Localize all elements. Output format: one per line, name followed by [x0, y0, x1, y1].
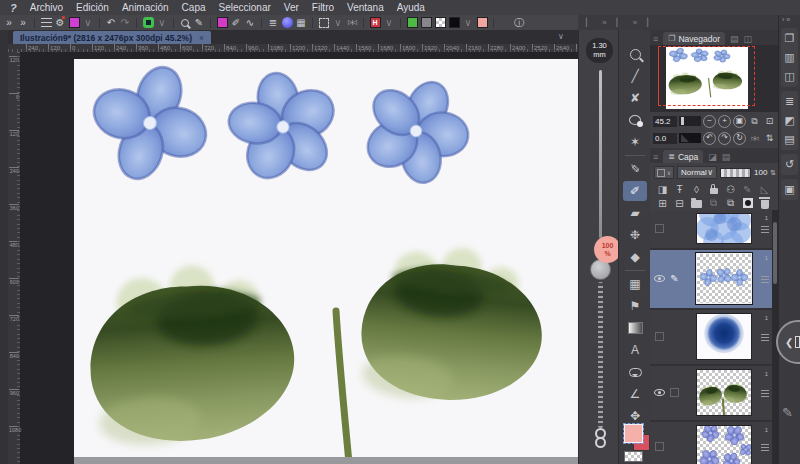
reference-layer-icon[interactable]: ⚇ [725, 183, 736, 195]
blend-mode-dropdown[interactable]: Normal ∨ [677, 166, 717, 179]
fit-screen-icon[interactable]: ⊡ [763, 116, 776, 126]
dropdown-icon[interactable]: ∨ [332, 16, 344, 29]
zoom-in-button[interactable]: + [718, 115, 731, 128]
dropdown-icon[interactable]: ∨ [383, 16, 395, 29]
layer-opacity-value[interactable]: 100 [754, 168, 767, 177]
gradient-tool-icon[interactable] [623, 318, 647, 338]
layer-visibility-toggle[interactable] [653, 222, 666, 235]
merge-down-icon[interactable]: ⧉ [725, 197, 736, 209]
blend-tool-icon[interactable]: ❉ [623, 225, 647, 245]
expand-left2-icon[interactable]: » [17, 16, 29, 29]
layer-opacity-slider[interactable] [720, 168, 751, 178]
lock-icon[interactable] [708, 183, 719, 195]
dock-expand-icons[interactable]: ›» [782, 16, 792, 23]
flip-horizontal-icon[interactable]: ▷|◁ [748, 135, 761, 141]
main-menu-icon[interactable] [40, 16, 52, 29]
tab-subview-icon[interactable]: ▤ [730, 34, 739, 45]
layer-thumbnail[interactable] [696, 425, 752, 464]
snap-ring-icon[interactable] [142, 16, 154, 29]
clip-below-icon[interactable]: ◨ [657, 183, 668, 195]
balloon-tool-icon[interactable] [623, 362, 647, 382]
ink-lock-icon[interactable]: ◊ [691, 183, 702, 195]
delete-layer-icon[interactable] [759, 197, 770, 209]
dock-pencil-icon[interactable]: ✎ [782, 405, 793, 420]
mesh-tool-icon[interactable]: ▦ [623, 274, 647, 294]
new-layer-icon[interactable]: ⊞ [657, 197, 668, 209]
glow-circle-icon[interactable] [281, 16, 293, 29]
operation-tool-icon[interactable] [623, 44, 647, 64]
tab-list-chevron-icon[interactable]: ∨ [558, 32, 564, 41]
selection-area-icon[interactable] [318, 16, 330, 29]
layer-blue-texture[interactable]: 1 [650, 210, 772, 248]
layer-visibility-toggle[interactable] [653, 272, 666, 285]
expand-left-icon[interactable]: » [3, 16, 15, 29]
eraser-tool-icon[interactable]: ▰ [623, 203, 647, 223]
document-tab[interactable]: Ilustración9* (2816 x 2476px 300dpi 45.2… [13, 31, 211, 44]
move-tool-icon[interactable]: ✘ [623, 88, 647, 108]
tab-layer-search-icon[interactable]: ▤ [722, 152, 731, 163]
flip-view-icon[interactable]: ▷|◁ [346, 16, 358, 29]
zoom-lens-icon[interactable] [179, 16, 191, 29]
rotate-right-button[interactable]: ↷ [718, 132, 731, 145]
menu-archivo[interactable]: Archivo [30, 2, 63, 13]
combine-mode-dropdown[interactable]: ∨ [654, 166, 674, 179]
layer-leaves[interactable]: 1 [650, 366, 772, 420]
black-swatch-icon[interactable] [448, 16, 460, 29]
brush-size-badge[interactable]: 1.30 mm [586, 38, 613, 63]
fill-tool-icon[interactable]: ◆ [623, 247, 647, 267]
menu-ver[interactable]: Ver [284, 2, 299, 13]
tablet-icon[interactable] [499, 16, 511, 29]
actual-size-button[interactable]: ▣ [733, 115, 746, 128]
panel-top-mark[interactable]: » [633, 18, 637, 27]
tab-capa[interactable]: ≣ Capa [663, 150, 703, 163]
layers-stack-icon[interactable]: ≣ [267, 16, 279, 29]
tab-navegador[interactable]: ❐ Navegador [663, 32, 725, 45]
layer-thumbnail[interactable] [696, 213, 752, 244]
panel-top-mark[interactable]: ▏ [586, 18, 592, 27]
zoom-slider[interactable] [679, 116, 701, 126]
panel-top-mark[interactable]: » [602, 18, 606, 27]
layer-dark-circle[interactable]: 1 [650, 310, 772, 364]
transfer-down-icon[interactable]: ⧉ [708, 197, 719, 209]
canvas-viewport[interactable] [20, 52, 578, 464]
brush-opacity-badge[interactable]: 100 % [594, 236, 621, 263]
pencil-icon[interactable]: ✎ [193, 16, 205, 29]
texture-green-icon[interactable] [406, 16, 418, 29]
ruler-tool-icon[interactable]: ∠ [623, 384, 647, 404]
zoom-out-button[interactable]: − [703, 115, 716, 128]
selection-tool-icon[interactable] [623, 110, 647, 130]
layer-mask-icon[interactable] [742, 197, 753, 209]
panel-menu-icon[interactable]: ≡ [653, 34, 658, 45]
dropdown-icon[interactable]: ∨ [82, 16, 94, 29]
material-red-icon[interactable]: H [369, 16, 381, 29]
draft-layer-icon[interactable]: ✎ [742, 183, 753, 195]
dock-animation-icon[interactable]: ▥ [781, 48, 798, 67]
dock-navigator-icon[interactable]: ❐ [781, 29, 798, 48]
ruler-range-icon[interactable]: ◺ [759, 183, 770, 195]
close-tab-icon[interactable]: × [199, 33, 204, 43]
dock-subview-icon[interactable]: ◫ [781, 67, 798, 86]
redo-icon[interactable]: ↷ [119, 16, 131, 29]
new-folder-icon[interactable] [691, 197, 702, 209]
flip-pages-icon[interactable]: ⧉ [748, 116, 761, 127]
rotation-slider[interactable] [679, 133, 701, 143]
window-grid-icon[interactable]: ▦ [295, 16, 307, 29]
dock-layers-icon[interactable]: ≣ [781, 92, 798, 111]
menu-ventana[interactable]: Ventana [347, 2, 384, 13]
pen-tool-icon[interactable]: ✐ [623, 181, 647, 201]
brush-size-slider[interactable] [599, 70, 602, 238]
layer-visibility-toggle[interactable] [653, 386, 666, 399]
undo-icon[interactable]: ↶ [105, 16, 117, 29]
line-tool-icon[interactable]: ╱ [623, 66, 647, 86]
dock-layer-property-icon[interactable]: ◩ [781, 111, 798, 130]
menu-filtro[interactable]: Filtro [312, 2, 334, 13]
auto-select-tool-icon[interactable]: ✶ [623, 132, 647, 152]
navigator-preview[interactable] [650, 45, 778, 112]
info-icon[interactable]: ⓘ [513, 16, 525, 29]
dock-history-icon[interactable]: ↺ [781, 155, 798, 174]
pink-swatch-icon[interactable] [476, 16, 488, 29]
panel-top-mark[interactable]: ▏ [647, 18, 653, 27]
workspace-settings-icon[interactable]: ⚙ [54, 16, 66, 29]
layer-thumbnail[interactable] [696, 253, 752, 304]
menu-animación[interactable]: Animación [122, 2, 169, 13]
